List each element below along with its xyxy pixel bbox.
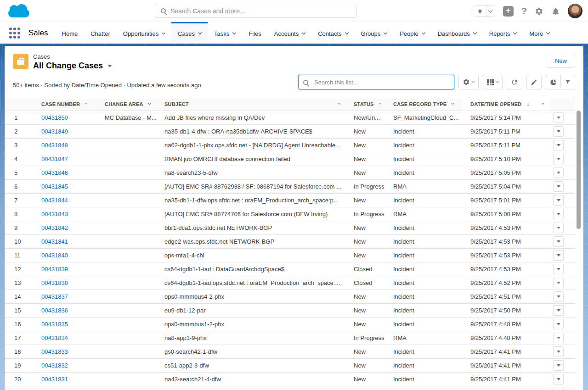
row-actions-button[interactable] <box>553 264 564 274</box>
global-actions: ★ + ? <box>474 0 582 22</box>
case-number-link[interactable]: 00431843 <box>41 211 68 217</box>
tab-groups[interactable]: Groups <box>355 22 394 44</box>
row-number: 7 <box>5 194 32 207</box>
row-actions-button[interactable] <box>553 140 564 150</box>
chevron-down-icon <box>557 117 560 119</box>
date-opened-cell: 9/25/2017 4:41 PM <box>463 359 550 372</box>
case-number-link[interactable]: 00431835 <box>41 321 68 328</box>
tab-tasks[interactable]: Tasks <box>208 22 242 44</box>
tab-contacts[interactable]: Contacts <box>311 22 354 44</box>
row-number: 17 <box>5 331 32 345</box>
row-actions-button[interactable] <box>553 388 564 390</box>
chevron-down-icon <box>338 101 341 105</box>
refresh-button[interactable] <box>507 75 522 89</box>
tab-label: Dashboards <box>438 30 470 37</box>
case-number-link[interactable]: 00431848 <box>41 142 68 149</box>
row-actions-button[interactable] <box>553 195 564 206</box>
row-actions-button[interactable] <box>553 154 564 164</box>
column-header-case-record-type[interactable]: CASE RECORD TYPE <box>390 97 463 111</box>
status-cell: New <box>347 166 390 179</box>
column-header-date-time-opened[interactable]: DATE/TIME OPENED <box>463 97 550 111</box>
subject-cell: na35-db1-1-dfw.ops.sfdc.net : oraEM_Prod… <box>158 194 347 207</box>
filter-button[interactable] <box>560 75 575 89</box>
tab-home[interactable]: Home <box>56 22 85 44</box>
case-number-link[interactable]: 00431836 <box>41 307 68 314</box>
tab-reports[interactable]: Reports <box>483 22 523 44</box>
tab-cases[interactable]: Cases <box>171 22 208 44</box>
subject-cell: na8-app1-9-phx <box>158 331 347 345</box>
table-scrollbar-thumb[interactable] <box>577 111 581 229</box>
tab-opportunities[interactable]: Opportunities <box>117 22 171 44</box>
change-area-cell <box>99 152 158 166</box>
case-number-link[interactable]: 00431846 <box>41 169 68 176</box>
row-actions-button[interactable] <box>553 333 564 343</box>
row-actions-button[interactable] <box>553 305 564 316</box>
case-number-link[interactable]: 00431845 <box>41 183 68 190</box>
row-actions-button[interactable] <box>553 278 564 288</box>
global-search-box[interactable] <box>155 4 357 18</box>
favorites-star-icon[interactable]: ★ <box>474 6 486 17</box>
tab-accounts[interactable]: Accounts <box>268 22 311 44</box>
tab-files[interactable]: Files <box>242 22 267 44</box>
row-actions-button[interactable] <box>553 346 564 357</box>
row-actions-button[interactable] <box>553 167 564 178</box>
row-actions-button[interactable] <box>553 126 564 137</box>
case-number-link[interactable]: 00431850 <box>41 114 68 121</box>
case-number-link[interactable]: 00431831 <box>41 376 68 383</box>
tab-people[interactable]: People <box>393 22 431 44</box>
row-actions-button[interactable] <box>553 223 564 233</box>
row-actions-button[interactable] <box>553 236 564 247</box>
subject-cell: na8-search23-5-dfw <box>158 166 347 179</box>
display-as-button[interactable] <box>483 75 503 89</box>
app-launcher-icon[interactable] <box>9 28 20 39</box>
help-icon[interactable]: ? <box>521 6 527 17</box>
search-icon <box>303 80 308 85</box>
case-number-link[interactable]: 00431838 <box>41 279 68 286</box>
case-number-link[interactable]: 00431849 <box>41 128 68 135</box>
charts-button[interactable] <box>546 75 560 89</box>
global-add-icon[interactable]: + <box>503 6 514 17</box>
column-header-subject[interactable]: SUBJECT <box>158 97 347 111</box>
date-opened-cell: 9/25/2017 5:11 PM <box>463 125 550 138</box>
tab-dashboards[interactable]: Dashboards <box>431 22 483 44</box>
case-number-link[interactable]: 00431842 <box>41 224 68 231</box>
row-actions-button[interactable] <box>553 250 564 261</box>
case-number-link[interactable]: 00431834 <box>41 334 68 341</box>
case-number-link[interactable]: 00431841 <box>41 238 68 245</box>
tab-more[interactable]: More <box>523 22 556 44</box>
column-header-case-number[interactable]: CASE NUMBER <box>32 97 99 111</box>
row-actions-button[interactable] <box>553 360 564 371</box>
case-number-link[interactable]: 00431832 <box>41 362 68 369</box>
chevron-down-icon <box>513 31 517 34</box>
row-actions-button[interactable] <box>553 374 564 384</box>
case-number-link[interactable]: 00431837 <box>41 293 68 300</box>
case-number-link[interactable]: 00431847 <box>41 156 68 162</box>
list-search-box[interactable] <box>298 75 454 89</box>
global-search-input[interactable] <box>170 7 351 15</box>
row-actions-button[interactable] <box>553 112 564 123</box>
date-opened-cell: 9/25/2017 4:53 PM <box>463 262 550 276</box>
setup-gear-icon[interactable] <box>535 7 543 16</box>
chevron-down-icon <box>85 101 88 105</box>
list-search-input[interactable] <box>314 79 449 86</box>
row-actions-button[interactable] <box>553 181 564 192</box>
edit-pencil-button[interactable] <box>526 75 542 89</box>
case-number-link[interactable]: 00431840 <box>41 252 68 259</box>
favorites-dropdown-icon[interactable] <box>486 6 495 17</box>
case-number-link[interactable]: 00431844 <box>41 197 68 204</box>
row-actions-button[interactable] <box>553 291 564 302</box>
tab-chatter[interactable]: Chatter <box>84 22 117 44</box>
app-nav-bar: Sales Home Chatter Opportunities Cases T… <box>0 22 588 44</box>
change-area-cell <box>99 249 158 262</box>
user-avatar[interactable] <box>568 4 582 18</box>
list-view-controls-button[interactable] <box>458 75 479 89</box>
row-actions-button[interactable] <box>553 209 564 219</box>
row-actions-button[interactable] <box>553 319 564 329</box>
case-number-link[interactable]: 00431833 <box>41 348 68 355</box>
notifications-bell-icon[interactable] <box>551 7 560 16</box>
column-header-change-area[interactable]: CHANGE AREA <box>99 97 158 111</box>
case-number-link[interactable]: 00431839 <box>41 266 68 273</box>
list-view-dropdown-icon[interactable] <box>107 65 112 67</box>
column-header-status[interactable]: STATUS <box>347 97 390 111</box>
new-button[interactable]: New <box>547 54 575 68</box>
